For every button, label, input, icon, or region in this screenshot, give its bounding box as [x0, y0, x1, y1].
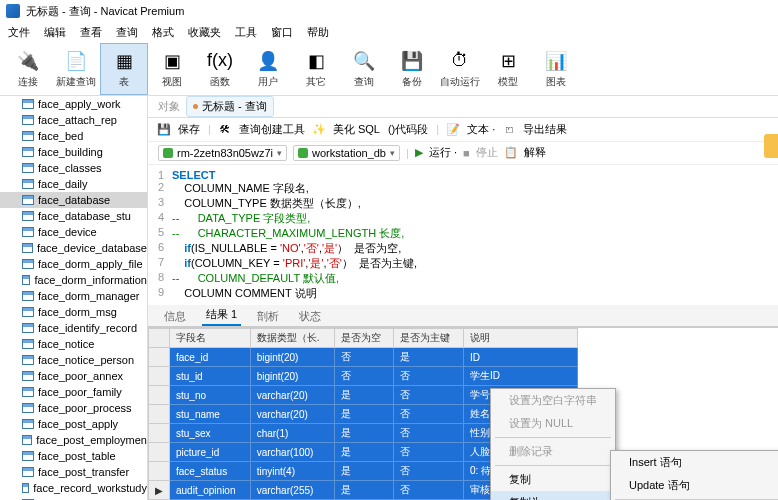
- sidebar-item[interactable]: face_repair_note: [0, 496, 147, 500]
- cell[interactable]: face_status: [170, 462, 251, 481]
- export-button[interactable]: 导出结果: [523, 122, 567, 137]
- menu-编辑[interactable]: 编辑: [44, 25, 66, 40]
- row-marker[interactable]: ▶: [149, 481, 170, 500]
- cell[interactable]: 学生ID: [463, 367, 577, 386]
- tab-query[interactable]: 无标题 - 查询: [186, 96, 274, 117]
- sidebar-item[interactable]: face_building: [0, 144, 147, 160]
- sidebar-item[interactable]: face_device_database: [0, 240, 147, 256]
- sidebar-item[interactable]: face_record_workstudy: [0, 480, 147, 496]
- col-header[interactable]: 是否为主键: [393, 329, 463, 348]
- ctx-update-stmt[interactable]: Update 语句: [611, 474, 778, 497]
- ctx-copy[interactable]: 复制: [491, 468, 615, 491]
- sidebar-item[interactable]: face_notice: [0, 336, 147, 352]
- sidebar-item[interactable]: face_database: [0, 192, 147, 208]
- row-marker[interactable]: [149, 367, 170, 386]
- tab-result[interactable]: 结果 1: [202, 303, 241, 326]
- toolbar-函数[interactable]: f(x)函数: [196, 43, 244, 95]
- menu-帮助[interactable]: 帮助: [307, 25, 329, 40]
- row-marker[interactable]: [149, 405, 170, 424]
- sidebar-item[interactable]: face_dorm_information: [0, 272, 147, 288]
- cell[interactable]: 否: [334, 348, 393, 367]
- cell[interactable]: 是: [334, 424, 393, 443]
- sidebar-item[interactable]: face_classes: [0, 160, 147, 176]
- row-marker[interactable]: [149, 443, 170, 462]
- text-button[interactable]: 文本 ·: [467, 122, 495, 137]
- ctx-delete[interactable]: 删除记录: [491, 440, 615, 463]
- cell[interactable]: varchar(20): [250, 405, 334, 424]
- ctx-copy-as[interactable]: 复制为▸: [491, 491, 615, 500]
- sidebar-item[interactable]: face_post_apply: [0, 416, 147, 432]
- database-combo[interactable]: workstation_db ▾: [293, 145, 400, 161]
- toolbar-新建查询[interactable]: 📄新建查询: [52, 43, 100, 95]
- cell[interactable]: 是: [334, 386, 393, 405]
- sidebar-item[interactable]: face_device: [0, 224, 147, 240]
- toolbar-用户[interactable]: 👤用户: [244, 43, 292, 95]
- toolbar-模型[interactable]: ⊞模型: [484, 43, 532, 95]
- cell[interactable]: 是: [334, 443, 393, 462]
- cell[interactable]: stu_id: [170, 367, 251, 386]
- tab-analyze[interactable]: 剖析: [253, 305, 283, 326]
- toolbar-自动运行[interactable]: ⏱自动运行: [436, 43, 484, 95]
- sql-editor[interactable]: 1SELECT2 COLUMN_NAME 字段名,3 COLUMN_TYPE 数…: [148, 165, 778, 305]
- cell[interactable]: 否: [393, 462, 463, 481]
- sidebar-item[interactable]: face_poor_annex: [0, 368, 147, 384]
- cell[interactable]: face_id: [170, 348, 251, 367]
- sidebar-item[interactable]: face_post_table: [0, 448, 147, 464]
- beautify-button[interactable]: 美化 SQL: [333, 122, 380, 137]
- cell[interactable]: 是: [393, 348, 463, 367]
- cell[interactable]: 否: [334, 367, 393, 386]
- cell[interactable]: bigint(20): [250, 367, 334, 386]
- row-marker[interactable]: [149, 348, 170, 367]
- sidebar-item[interactable]: face_database_stu: [0, 208, 147, 224]
- row-marker[interactable]: [149, 462, 170, 481]
- sidebar-item[interactable]: face_poor_family: [0, 384, 147, 400]
- sidebar-item[interactable]: face_poor_process: [0, 400, 147, 416]
- stop-button[interactable]: 停止: [476, 145, 498, 160]
- menu-格式[interactable]: 格式: [152, 25, 174, 40]
- snippet-button[interactable]: ()代码段: [388, 122, 428, 137]
- menu-查询[interactable]: 查询: [116, 25, 138, 40]
- cell[interactable]: 否: [393, 424, 463, 443]
- toolbar-备份[interactable]: 💾备份: [388, 43, 436, 95]
- tab-objects[interactable]: 对象: [158, 99, 180, 114]
- query-tools-button[interactable]: 查询创建工具: [239, 122, 305, 137]
- toolbar-图表[interactable]: 📊图表: [532, 43, 580, 95]
- sidebar-item[interactable]: face_attach_rep: [0, 112, 147, 128]
- sidebar-item[interactable]: face_daily: [0, 176, 147, 192]
- toolbar-视图[interactable]: ▣视图: [148, 43, 196, 95]
- menu-查看[interactable]: 查看: [80, 25, 102, 40]
- col-header[interactable]: 字段名: [170, 329, 251, 348]
- cell[interactable]: ID: [463, 348, 577, 367]
- cell[interactable]: audit_opinion: [170, 481, 251, 500]
- col-header[interactable]: 说明: [463, 329, 577, 348]
- cell[interactable]: varchar(100): [250, 443, 334, 462]
- explain-button[interactable]: 解释: [524, 145, 546, 160]
- tab-status[interactable]: 状态: [295, 305, 325, 326]
- ctx-insert-stmt[interactable]: Insert 语句: [611, 451, 778, 474]
- cell[interactable]: 否: [393, 443, 463, 462]
- cell[interactable]: 否: [393, 367, 463, 386]
- cell[interactable]: stu_name: [170, 405, 251, 424]
- menu-工具[interactable]: 工具: [235, 25, 257, 40]
- cell[interactable]: varchar(255): [250, 481, 334, 500]
- cell[interactable]: varchar(20): [250, 386, 334, 405]
- cell[interactable]: tinyint(4): [250, 462, 334, 481]
- col-header[interactable]: 数据类型（长.: [250, 329, 334, 348]
- col-header[interactable]: 是否为空: [334, 329, 393, 348]
- run-button[interactable]: 运行 ·: [429, 145, 457, 160]
- sidebar-item[interactable]: face_identify_record: [0, 320, 147, 336]
- toolbar-表[interactable]: ▦表: [100, 43, 148, 95]
- save-button[interactable]: 保存: [178, 122, 200, 137]
- menu-文件[interactable]: 文件: [8, 25, 30, 40]
- cell[interactable]: 否: [393, 481, 463, 500]
- sidebar-item[interactable]: face_dorm_msg: [0, 304, 147, 320]
- toolbar-查询[interactable]: 🔍查询: [340, 43, 388, 95]
- cell[interactable]: picture_id: [170, 443, 251, 462]
- cell[interactable]: 是: [334, 405, 393, 424]
- row-marker[interactable]: [149, 424, 170, 443]
- tab-info[interactable]: 信息: [160, 305, 190, 326]
- cell[interactable]: 否: [393, 405, 463, 424]
- menu-窗口[interactable]: 窗口: [271, 25, 293, 40]
- sidebar-item[interactable]: face_notice_person: [0, 352, 147, 368]
- cell[interactable]: 是: [334, 462, 393, 481]
